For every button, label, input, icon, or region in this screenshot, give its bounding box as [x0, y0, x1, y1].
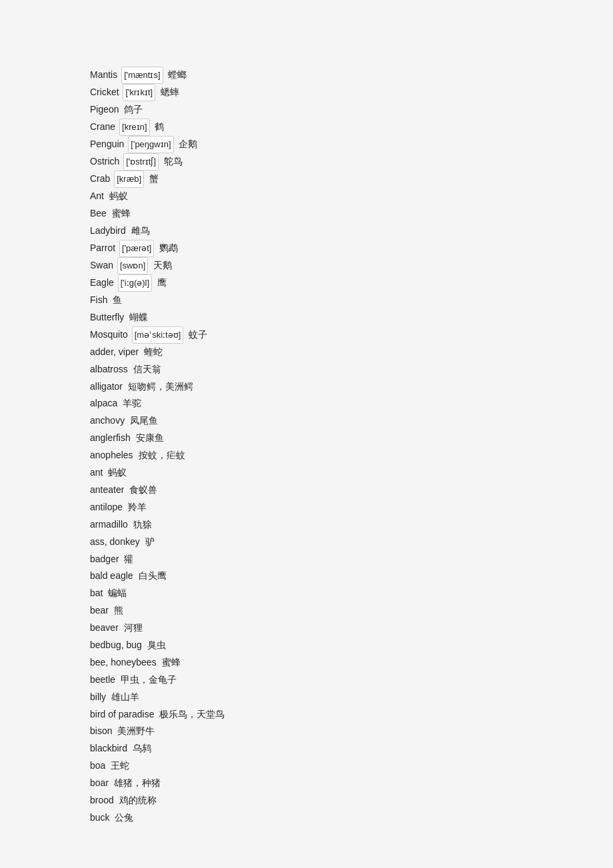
english-word: Crane: [90, 121, 115, 132]
list-item: albatross 信天翁: [90, 361, 523, 378]
phonetic: ['peŋgwɪn]: [128, 136, 173, 153]
english-word: Crab: [90, 173, 110, 184]
english-word: Eagle: [90, 277, 114, 288]
list-item: ass, donkey 驴: [90, 534, 523, 551]
english-word: Cricket: [90, 87, 119, 97]
list-item: Butterfly 蝴蝶: [90, 309, 523, 326]
list-item: Parrot ['pærət] 鹦鹉: [90, 240, 523, 257]
list-item: Fish 鱼: [90, 292, 523, 309]
chinese-translation: 蝴蝶: [129, 312, 148, 322]
chinese-translation: 鹤: [155, 121, 164, 132]
chinese-translation: 按蚊，疟蚊: [139, 450, 185, 460]
chinese-translation: 蜜蜂: [162, 657, 181, 667]
phonetic: ['ɒstrɪtʃ]: [123, 153, 159, 171]
chinese-translation: 极乐鸟，天堂鸟: [159, 709, 225, 719]
chinese-translation: 蟋蟀: [161, 87, 179, 97]
chinese-translation: 雄猪，种猪: [114, 777, 161, 788]
list-item: Mantis ['mæntɪs] 螳螂: [90, 67, 523, 84]
chinese-translation: 蚊子: [189, 329, 207, 340]
english-word: buck: [90, 812, 110, 823]
list-item: bedbug, bug 臭虫: [90, 637, 523, 654]
chinese-translation: 雌鸟: [131, 225, 150, 236]
list-item: ant 蚂蚁: [90, 464, 523, 482]
chinese-translation: 鱼: [113, 294, 122, 305]
chinese-translation: 甲虫，金龟子: [121, 674, 177, 685]
phonetic: [məˈskiːtəʊ]: [132, 326, 184, 344]
english-word: Pigeon: [90, 104, 119, 115]
chinese-translation: 公兔: [115, 812, 133, 823]
english-word: Mantis: [90, 69, 117, 80]
chinese-translation: 天鹅: [153, 260, 172, 270]
chinese-translation: 美洲野牛: [117, 725, 155, 736]
chinese-translation: 鸡的统称: [119, 795, 157, 805]
english-word: ant: [90, 467, 103, 478]
english-word: Ant: [90, 191, 104, 201]
list-item: bat 蝙蝠: [90, 585, 523, 602]
list-item: bald eagle 白头鹰: [90, 568, 523, 585]
list-item: boar 雄猪，种猪: [90, 775, 523, 792]
chinese-translation: 蝰蛇: [144, 346, 163, 357]
list-item: anglerfish 安康鱼: [90, 430, 523, 447]
chinese-translation: 螳螂: [168, 69, 187, 80]
chinese-translation: 犰狳: [133, 519, 152, 530]
chinese-translation: 羚羊: [128, 502, 147, 512]
phonetic: ['mæntɪs]: [121, 67, 163, 84]
english-word: bat: [90, 588, 103, 598]
list-item: Ladybird 雌鸟: [90, 222, 523, 240]
english-word: billy: [90, 691, 106, 702]
list-item: Bee 蜜蜂: [90, 205, 523, 222]
list-item: beaver 河狸: [90, 620, 523, 637]
chinese-translation: 信天翁: [133, 364, 161, 374]
list-item: anteater 食蚁兽: [90, 482, 523, 499]
chinese-translation: 食蚁兽: [129, 484, 157, 495]
english-word: beaver: [90, 622, 119, 633]
chinese-translation: 鸵鸟: [164, 156, 183, 167]
list-item: alpaca 羊驼: [90, 395, 523, 412]
chinese-translation: 鹦鹉: [159, 242, 178, 253]
english-word: Mosquito: [90, 329, 128, 340]
english-word: antilope: [90, 502, 123, 512]
chinese-translation: 羊驼: [123, 398, 141, 408]
list-item: anopheles 按蚊，疟蚊: [90, 447, 523, 464]
chinese-translation: 短吻鳄，美洲鳄: [128, 381, 193, 392]
list-item: Pigeon 鸽子: [90, 101, 523, 119]
chinese-translation: 安康鱼: [136, 432, 164, 443]
chinese-translation: 驴: [145, 536, 155, 547]
list-item: Mosquito [məˈskiːtəʊ] 蚊子: [90, 326, 523, 344]
phonetic: [swɒn]: [117, 257, 148, 274]
list-item: Crab [kræb] 蟹: [90, 171, 523, 188]
list-item: adder, viper 蝰蛇: [90, 344, 523, 361]
list-item: alligator 短吻鳄，美洲鳄: [90, 378, 523, 396]
english-word: Ostrich: [90, 156, 119, 167]
list-item: beetle 甲虫，金龟子: [90, 671, 523, 689]
english-word: bear: [90, 605, 109, 616]
chinese-translation: 蝙蝠: [108, 588, 127, 598]
list-item: Ant 蚂蚁: [90, 188, 523, 205]
english-word: Penguin: [90, 139, 124, 149]
english-word: albatross: [90, 364, 128, 374]
english-word: anglerfish: [90, 432, 131, 443]
list-item: brood 鸡的统称: [90, 792, 523, 809]
list-item: badger 獾: [90, 551, 523, 568]
chinese-translation: 蚂蚁: [109, 191, 128, 201]
chinese-translation: 雄山羊: [111, 691, 139, 702]
list-item: antilope 羚羊: [90, 499, 523, 516]
list-item: Swan [swɒn] 天鹅: [90, 257, 523, 274]
list-item: Ostrich ['ɒstrɪtʃ] 鸵鸟: [90, 153, 523, 171]
english-word: bee, honeybees: [90, 657, 157, 667]
list-item: Cricket ['krɪkɪt] 蟋蟀: [90, 84, 523, 101]
list-item: bee, honeybees 蜜蜂: [90, 654, 523, 671]
english-word: anteater: [90, 484, 124, 495]
english-word: Fish: [90, 294, 107, 305]
english-word: boar: [90, 777, 109, 788]
list-item: boa 王蛇: [90, 757, 523, 775]
chinese-translation: 蜜蜂: [112, 208, 131, 218]
chinese-translation: 乌鸫: [133, 743, 151, 753]
list-item: blackbird 乌鸫: [90, 740, 523, 757]
english-word: boa: [90, 760, 105, 771]
english-word: Ladybird: [90, 225, 126, 236]
english-word: badger: [90, 554, 119, 564]
list-item: bird of paradise 极乐鸟，天堂鸟: [90, 706, 523, 723]
chinese-translation: 鸽子: [124, 104, 143, 115]
list-item: Crane [kreɪn] 鹤: [90, 119, 523, 136]
